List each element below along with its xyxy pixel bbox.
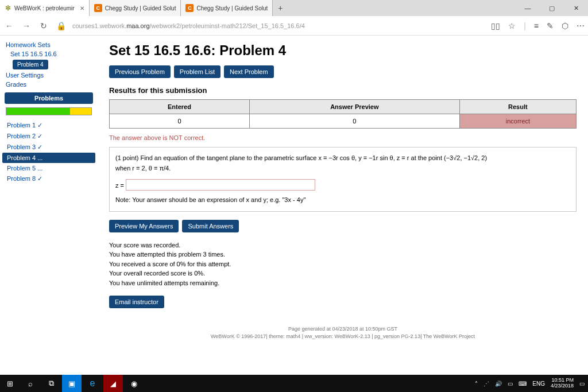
chegg-icon: C: [185, 4, 194, 12]
homework-sets-link[interactable]: Homework Sets: [2, 40, 95, 49]
address-bar: ← → ↻ 🔒 courses1.webwork.maa.org/webwork…: [0, 16, 588, 36]
grades-link[interactable]: Grades: [2, 80, 95, 89]
problem-link-3[interactable]: Problem 3 ✓: [2, 142, 95, 153]
incorrect-message: The answer above is NOT correct.: [109, 134, 577, 141]
tab-label: WeBWorK : petroleumir: [14, 5, 75, 11]
user-settings-link[interactable]: User Settings: [2, 71, 95, 80]
problems-header: Problems: [5, 92, 93, 104]
main-content: Set 15 16.5 16.6: Problem 4 Previous Pro…: [98, 36, 588, 375]
chegg-icon: C: [94, 4, 102, 12]
cell-result: incorrect: [459, 114, 576, 129]
search-icon[interactable]: ⌕: [21, 375, 40, 392]
notes-icon[interactable]: ✎: [547, 21, 554, 30]
current-problem-pill: Problem 4: [13, 60, 48, 69]
lock-icon: 🔒: [55, 21, 67, 30]
refresh-button[interactable]: ↻: [38, 21, 49, 30]
progress-bar: [6, 107, 92, 115]
results-header: Results for this submission: [109, 86, 577, 95]
task-view-icon[interactable]: ⧉: [41, 375, 61, 392]
favorite-icon[interactable]: ☆: [508, 21, 516, 30]
col-entered: Entered: [110, 100, 250, 114]
problem-link-5[interactable]: Problem 5 ...: [2, 163, 95, 173]
problem-statement-1: (1 point) Find an equation of the tangen…: [115, 153, 570, 164]
problem-text: (1 point) Find an equation of the tangen…: [109, 147, 577, 212]
tab-label: Chegg Study | Guided Solut: [196, 5, 268, 11]
pdf-icon[interactable]: ◢: [103, 375, 123, 392]
answer-note: Note: Your answer should be an expressio…: [115, 195, 570, 205]
new-tab-button[interactable]: +: [273, 0, 288, 16]
notifications-icon[interactable]: ▭: [579, 381, 585, 387]
close-button[interactable]: ✕: [564, 0, 588, 16]
sidebar: Homework Sets Set 15 16.5 16.6 Problem 4…: [0, 36, 98, 375]
close-icon[interactable]: ✕: [80, 5, 84, 11]
problem-list-button[interactable]: Problem List: [174, 65, 220, 78]
volume-icon[interactable]: 🔊: [495, 381, 502, 387]
col-result: Result: [459, 100, 576, 114]
previous-problem-button[interactable]: Previous Problem: [109, 65, 171, 78]
cell-preview: 0: [249, 114, 459, 129]
url-display[interactable]: courses1.webwork.maa.org/webwork2/petrol…: [72, 22, 485, 29]
page-footer: Page generated at 04/23/2018 at 10:50pm …: [109, 325, 577, 340]
edge-icon[interactable]: e: [83, 375, 102, 392]
problem-link-1[interactable]: Problem 1 ✓: [2, 120, 95, 131]
start-button[interactable]: ⊞: [0, 375, 20, 392]
app-icon[interactable]: ▣: [62, 375, 82, 392]
page-title: Set 15 16.5 16.6: Problem 4: [109, 42, 577, 59]
results-table: Entered Answer Preview Result 0 0 incorr…: [109, 99, 577, 129]
maximize-button[interactable]: ▢: [540, 0, 564, 16]
chrome-icon[interactable]: ◉: [124, 375, 144, 392]
language-indicator[interactable]: ENG: [532, 381, 545, 387]
problem-link-4[interactable]: Problem 4 ...: [2, 153, 95, 163]
email-instructor-button[interactable]: Email instructor: [109, 296, 164, 308]
browser-tab-0[interactable]: ✻ WeBWorK : petroleumir ✕: [0, 0, 90, 16]
z-label: z =: [115, 182, 124, 189]
problem-statement-2: when r = 2, θ = π/4.: [115, 164, 570, 174]
hub-icon[interactable]: ≡: [534, 21, 539, 30]
preview-answers-button[interactable]: Preview My Answers: [109, 220, 179, 232]
webwork-icon: ✻: [5, 5, 11, 11]
browser-tab-2[interactable]: C Chegg Study | Guided Solut: [181, 0, 273, 16]
set-link[interactable]: Set 15 16.5 16.6: [2, 49, 95, 59]
browser-tab-1[interactable]: C Chegg Study | Guided Solut: [90, 0, 181, 16]
wifi-icon[interactable]: ⋰: [483, 381, 489, 387]
next-problem-button[interactable]: Next Problem: [224, 65, 274, 78]
chevron-up-icon[interactable]: ˄: [475, 381, 478, 387]
share-icon[interactable]: ⬡: [562, 21, 568, 30]
battery-icon[interactable]: ▭: [508, 381, 513, 387]
col-preview: Answer Preview: [249, 100, 459, 114]
titlebar: ✻ WeBWorK : petroleumir ✕ C Chegg Study …: [0, 0, 588, 16]
submit-answers-button[interactable]: Submit Answers: [182, 220, 239, 232]
answer-input[interactable]: [126, 179, 315, 191]
keyboard-icon[interactable]: ⌨: [519, 381, 527, 387]
cell-entered: 0: [110, 114, 250, 129]
tab-label: Chegg Study | Guided Solut: [105, 5, 176, 11]
back-button[interactable]: ←: [3, 21, 15, 30]
more-icon[interactable]: ⋯: [577, 21, 585, 30]
score-text: Your score was recorded. You have attemp…: [109, 240, 577, 288]
problem-link-8[interactable]: Problem 8 ✓: [2, 173, 95, 184]
problem-link-2[interactable]: Problem 2 ✓: [2, 131, 95, 142]
taskbar: ⊞ ⌕ ⧉ ▣ e ◢ ◉ ˄ ⋰ 🔊 ▭ ⌨ ENG 10:51 PM 4/2…: [0, 375, 588, 392]
forward-button[interactable]: →: [21, 21, 32, 30]
clock[interactable]: 10:51 PM 4/23/2018: [551, 378, 574, 389]
reading-view-icon[interactable]: ▯▯: [491, 21, 500, 30]
minimize-button[interactable]: —: [516, 0, 540, 16]
